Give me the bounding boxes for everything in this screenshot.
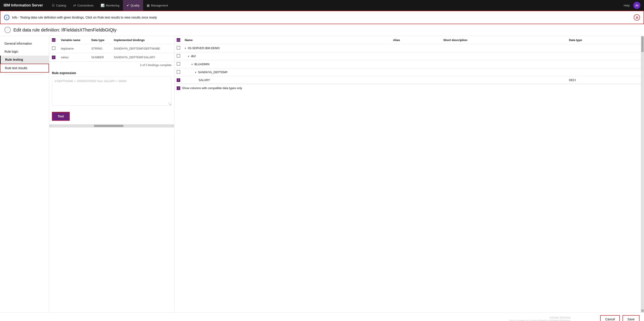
table-row: ▾ SANDHYA_DEPTEMP — [174, 68, 644, 76]
nav-connections[interactable]: ⇄ Connections — [70, 0, 97, 11]
bindings-count: 2 of 2 bindings complete — [49, 62, 174, 69]
picker-row-check — [174, 44, 182, 52]
picker-row-data-type — [567, 68, 644, 76]
connections-icon: ⇄ — [73, 3, 76, 7]
rule-expression-section: Rule expression if DEPTNAME = 'OPERATION… — [49, 69, 174, 108]
watermark-line1: Activate Windows — [4, 316, 571, 319]
picker-checkbox-iis[interactable] — [177, 46, 180, 50]
picker-checkbox-sandhya[interactable] — [177, 70, 180, 74]
chevron-down-icon[interactable]: ▾ — [188, 55, 189, 58]
nav-items: ☷ Catalog ⇄ Connections 📊 Monitoring ✔ Q… — [48, 0, 624, 11]
nav-management[interactable]: ▦ Management — [143, 0, 172, 11]
nav-management-label: Management — [151, 4, 168, 7]
picker-row-check — [174, 68, 182, 76]
nav-connections-label: Connections — [77, 4, 94, 7]
v-scrollbar-thumb[interactable] — [641, 36, 644, 52]
picker-row-data-type: DECI — [567, 76, 644, 84]
rule-expression-label: Rule expression — [52, 71, 172, 75]
scroll-left-btn[interactable]: ‹ — [49, 124, 53, 128]
table-row: ▾ IIS-SERVER.IBM.DEMO — [174, 44, 644, 52]
watermark-line2: Go to System in Control Panel to activat… — [4, 319, 571, 321]
bindings-variable-name-header: Variable name — [58, 36, 88, 44]
chevron-down-icon[interactable]: ▾ — [192, 63, 193, 66]
bindings-panel: — Variable name Data type Implemented bi… — [49, 36, 174, 312]
picker-row-name: ▾ IIS-SERVER.IBM.DEMO — [182, 44, 391, 52]
h-scroll-area: ‹ › — [49, 124, 174, 128]
test-button[interactable]: Test — [52, 112, 70, 121]
test-section: Test — [49, 108, 174, 124]
column-picker-table: — Name Alias Short description Data type — [174, 36, 644, 84]
sidebar-item-general-information[interactable]: General information — [0, 39, 49, 47]
table-row: ▾ db2 — [174, 52, 644, 60]
picker-row-alias — [391, 76, 441, 84]
bindings-implemented-bindings-header: Implemented bindings — [111, 36, 174, 44]
data-type-salary: NUMBER — [88, 53, 111, 62]
banner-text: Info - Testing data rule definition with… — [12, 16, 631, 19]
picker-row-alias — [391, 68, 441, 76]
info-banner: i Info - Testing data rule definition wi… — [0, 11, 644, 24]
cancel-button[interactable]: Cancel — [600, 315, 620, 321]
picker-row-short-desc — [441, 68, 567, 76]
bottom-bar: Activate Windows Go to System in Control… — [0, 312, 644, 321]
sidebar-item-rule-testing[interactable]: Rule testing — [0, 56, 49, 64]
banner-close-button[interactable]: ⊗ — [634, 14, 640, 20]
h-scrollbar-thumb[interactable] — [94, 125, 124, 127]
bindings-data-type-header: Data type — [88, 36, 111, 44]
picker-data-type-header: Data type — [567, 36, 644, 44]
row-checkbox-deptname[interactable] — [52, 46, 56, 50]
nav-quality-label: Quality — [130, 4, 140, 7]
picker-row-alias — [391, 44, 441, 52]
picker-minus-icon[interactable]: — — [177, 38, 180, 42]
picker-row-data-type — [567, 52, 644, 60]
sidebar-item-rule-logic[interactable]: Rule logic — [0, 47, 49, 56]
content-area: General information Rule logic Rule test… — [0, 36, 644, 312]
nav-monitoring[interactable]: 📊 Monitoring — [97, 0, 123, 11]
help-link[interactable]: Help — [624, 4, 630, 7]
sidebar: General information Rule logic Rule test… — [0, 36, 49, 312]
data-type-deptname: STRING — [88, 44, 111, 53]
picker-name-header: Name — [182, 36, 391, 44]
chevron-down-icon[interactable]: ▾ — [185, 47, 186, 50]
nav-catalog[interactable]: ☷ Catalog — [48, 0, 70, 11]
picker-select-header: — — [174, 36, 182, 44]
picker-row-name: ▾ BLUADMIN — [182, 60, 391, 68]
table-row: deptname STRING SANDHYA_DEPTEMP.DEPTNAME — [49, 44, 174, 53]
chevron-down-icon[interactable]: ▾ — [195, 71, 196, 74]
scroll-down-btn[interactable]: ▾ — [641, 309, 644, 312]
scroll-right-btn[interactable]: › — [170, 124, 174, 128]
picker-row-short-desc — [441, 76, 567, 84]
row-checkbox-cell — [49, 44, 58, 53]
picker-row-short-desc — [441, 44, 567, 52]
show-compatible-label: Show columns with compatible data types … — [182, 86, 242, 90]
picker-checkbox-bluadmin[interactable] — [177, 62, 180, 66]
management-icon: ▦ — [147, 3, 150, 7]
picker-row-short-desc — [441, 60, 567, 68]
bindings-minus-icon[interactable]: — — [52, 38, 56, 42]
nav-quality[interactable]: ✔ Quality — [123, 0, 143, 11]
row-checkbox-salary[interactable] — [52, 56, 56, 59]
nav-catalog-label: Catalog — [56, 4, 66, 7]
back-button[interactable]: ← — [4, 27, 11, 33]
picker-row-short-desc — [441, 52, 567, 60]
rule-expression-box[interactable]: if DEPTNAME = 'OPERATIONS' then SALARY >… — [52, 77, 172, 106]
picker-row-check — [174, 60, 182, 68]
catalog-icon: ☷ — [52, 3, 55, 7]
sidebar-item-rule-test-results[interactable]: Rule test results — [0, 64, 49, 73]
table-row: ▾ BLUADMIN — [174, 60, 644, 68]
show-compatible-checkbox[interactable] — [177, 86, 180, 90]
picker-row-check — [174, 76, 182, 84]
column-picker: — Name Alias Short description Data type — [174, 36, 644, 312]
quality-icon: ✔ — [126, 3, 129, 7]
picker-row-data-type — [567, 60, 644, 68]
save-button[interactable]: Save — [622, 315, 640, 321]
app-brand: IBM Information Server — [4, 3, 43, 7]
v-scrollbar-track: ▾ — [641, 36, 644, 312]
watermark: Activate Windows Go to System in Control… — [4, 316, 598, 321]
bindings-table: — Variable name Data type Implemented bi… — [49, 36, 174, 62]
table-row: SALARY DECI — [174, 76, 644, 84]
user-avatar[interactable]: AI — [633, 2, 640, 9]
page-title: Edit data rule definition: IfFieldaIsXTh… — [14, 27, 116, 33]
variable-name-salary: salary — [58, 53, 88, 62]
picker-checkbox-salary[interactable] — [177, 78, 180, 82]
picker-checkbox-db2[interactable] — [177, 54, 180, 58]
